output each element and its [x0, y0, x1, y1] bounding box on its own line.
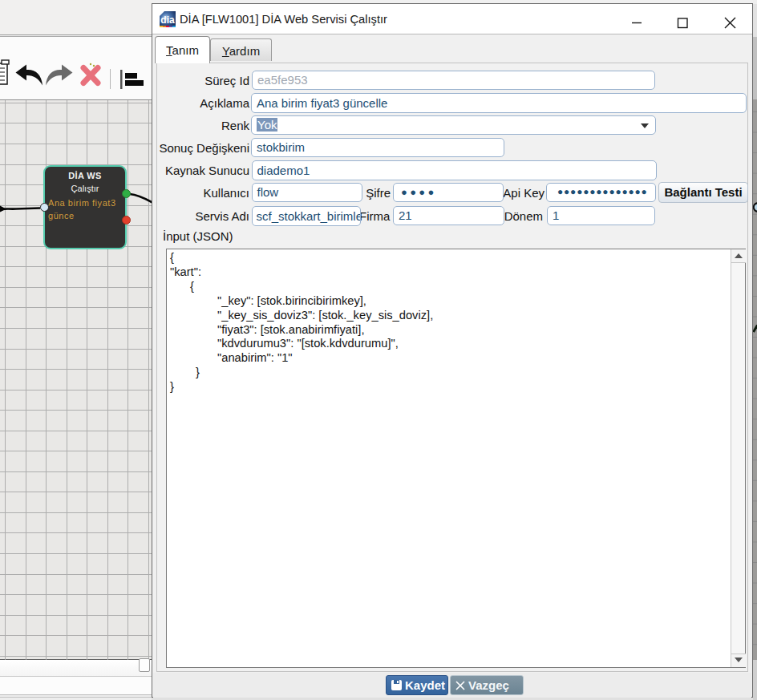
svg-text:dia: dia: [160, 14, 175, 26]
